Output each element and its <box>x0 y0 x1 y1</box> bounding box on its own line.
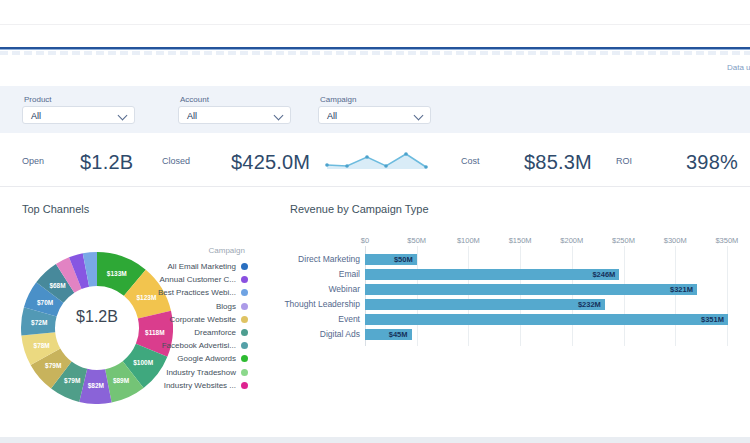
bar[interactable]: $45M <box>365 329 412 340</box>
legend-dot-icon <box>241 289 248 296</box>
legend-dot-icon <box>241 382 248 389</box>
legend-title: Campaign <box>140 246 248 255</box>
gridline <box>624 246 625 346</box>
bar[interactable]: $321M <box>365 284 697 295</box>
legend-item-label: Dreamforce <box>194 328 236 337</box>
kpi-closed-label: Closed <box>162 156 190 166</box>
product-filter-label: Product <box>24 95 135 104</box>
x-axis-tick-label: $50M <box>395 236 439 245</box>
legend-item[interactable]: Best Practices Webi... <box>140 286 248 299</box>
kpi-roi-value: 398% <box>686 150 738 174</box>
chevron-down-icon <box>414 111 424 121</box>
legend-item-label: Annual Customer C... <box>160 275 236 284</box>
legend-item[interactable]: Blogs <box>140 300 248 313</box>
donut-slice-label: $68M <box>49 282 65 290</box>
legend-item-label: Industry Tradeshow <box>166 368 236 377</box>
sparkline-point <box>404 152 408 156</box>
top-channels-title: Top Channels <box>22 203 89 215</box>
sparkline-point <box>424 165 428 169</box>
donut-slice-label: $78M <box>34 342 50 350</box>
legend-item-label: Blogs <box>216 302 236 311</box>
legend-item-label: Corporate Website <box>169 315 236 324</box>
legend-item[interactable]: Corporate Website <box>140 313 248 326</box>
legend-dot-icon <box>241 276 248 283</box>
section-divider <box>0 186 750 187</box>
donut-slice-label: $72M <box>31 319 47 327</box>
legend-item[interactable]: All Email Marketing <box>140 260 248 273</box>
bar-value-label: $232M <box>578 299 601 310</box>
legend-item[interactable]: Dreamforce <box>140 326 248 339</box>
bottom-edge-strip <box>0 437 750 443</box>
campaign-filter-label: Campaign <box>320 95 431 104</box>
legend-item[interactable]: Annual Customer C... <box>140 273 248 286</box>
bar[interactable]: $246M <box>365 269 619 280</box>
gridline <box>468 246 469 346</box>
bar-category-label: Digital Ads <box>280 329 360 340</box>
product-filter: Product All <box>22 95 135 124</box>
donut-slice-label: $79M <box>45 362 61 370</box>
kpi-open-label: Open <box>22 156 44 166</box>
campaign-legend: Campaign All Email MarketingAnnual Custo… <box>140 246 248 392</box>
legend-dot-icon <box>241 316 248 323</box>
gridline <box>417 246 418 346</box>
revenue-by-campaign-type-title: Revenue by Campaign Type <box>290 203 429 215</box>
bar[interactable]: $232M <box>365 299 605 310</box>
donut-slice-label: $79M <box>64 377 80 385</box>
product-filter-value: All <box>31 111 41 121</box>
bar-value-label: $351M <box>701 314 724 325</box>
bar[interactable]: $50M <box>365 254 417 265</box>
gridline <box>675 246 676 346</box>
gridline <box>727 246 728 346</box>
bar[interactable]: $351M <box>365 314 728 325</box>
bar-category-label: Event <box>280 314 360 325</box>
dashboard-page: Data u Product All Account All Campaign … <box>0 0 750 443</box>
revenue-by-campaign-type-chart: $0$50M$100M$150M$200M$250M$300M$350MDire… <box>280 230 742 352</box>
legend-dot-icon <box>241 303 248 310</box>
kpi-roi-label: ROI <box>616 156 632 166</box>
product-filter-select[interactable]: All <box>22 106 135 124</box>
donut-slice-label: $70M <box>37 299 53 307</box>
data-updated-text: Data u <box>727 63 750 72</box>
sparkline-point <box>325 163 329 167</box>
kpi-open-value: $1.2B <box>80 150 133 174</box>
legend-item[interactable]: Google Adwords <box>140 352 248 365</box>
account-filter-value: All <box>187 111 197 121</box>
x-axis-tick-label: $150M <box>498 236 542 245</box>
legend-item[interactable]: Facebook Advertisi... <box>140 339 248 352</box>
legend-item-label: Facebook Advertisi... <box>162 341 236 350</box>
account-filter-select[interactable]: All <box>178 106 291 124</box>
legend-dot-icon <box>241 342 248 349</box>
legend-dot-icon <box>241 263 248 270</box>
bar-category-label: Email <box>280 269 360 280</box>
account-filter-label: Account <box>180 95 291 104</box>
x-axis-tick-label: $350M <box>705 236 749 245</box>
bar-category-label: Webinar <box>280 284 360 295</box>
campaign-filter: Campaign All <box>318 95 431 124</box>
bar-value-label: $321M <box>670 284 693 295</box>
kpi-cost-label: Cost <box>461 156 480 166</box>
donut-center-total: $1.2B <box>76 308 118 325</box>
kpi-trend-sparkline <box>325 148 430 174</box>
bar-category-label: Direct Marketing <box>280 254 360 265</box>
campaign-filter-select[interactable]: All <box>318 106 431 124</box>
donut-slice-label: $82M <box>88 382 104 390</box>
legend-item[interactable]: Industry Websites ... <box>140 379 248 392</box>
legend-dot-icon <box>241 355 248 362</box>
legend-item[interactable]: Industry Tradeshow <box>140 366 248 379</box>
bar-value-label: $45M <box>389 329 408 340</box>
x-axis-tick-label: $200M <box>550 236 594 245</box>
donut-slice-label: $89M <box>113 377 129 385</box>
chevron-down-icon <box>118 111 128 121</box>
legend-item-label: Google Adwords <box>177 354 236 363</box>
sparkline-point <box>365 155 369 159</box>
legend-dot-icon <box>241 329 248 336</box>
x-axis-tick-label: $250M <box>602 236 646 245</box>
donut-slice-label: $133M <box>107 270 127 278</box>
gridline <box>572 246 573 346</box>
bar-value-label: $50M <box>394 254 413 265</box>
legend-item-label: All Email Marketing <box>168 262 236 271</box>
top-hairline <box>0 24 750 25</box>
nav-underline-glow <box>0 49 750 50</box>
x-axis-tick-label: $100M <box>446 236 490 245</box>
bar-value-label: $246M <box>592 269 615 280</box>
